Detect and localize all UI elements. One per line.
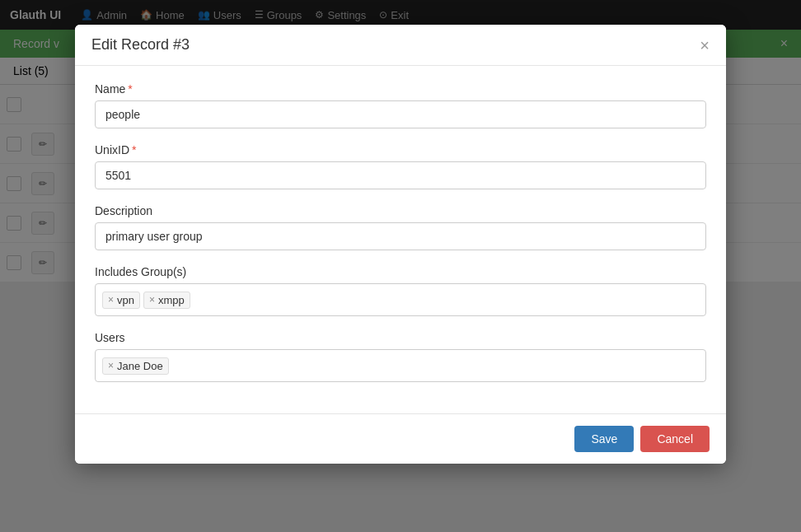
includes-groups-field-group: Includes Group(s) × vpn × xmpp	[95, 265, 706, 316]
name-field-group: Name*	[95, 82, 706, 128]
tag-xmpp: × xmpp	[143, 292, 190, 309]
includes-groups-tag-input[interactable]: × vpn × xmpp	[95, 283, 706, 316]
tag-jane-doe-remove[interactable]: ×	[108, 361, 114, 371]
edit-record-modal: Edit Record #3 × Name* UnixID* Descri	[75, 25, 726, 464]
description-field-group: Description	[95, 204, 706, 250]
description-label: Description	[95, 204, 706, 217]
save-button[interactable]: Save	[574, 426, 634, 452]
users-field-group: Users × Jane Doe	[95, 331, 706, 382]
unixid-field-group: UnixID*	[95, 143, 706, 189]
tag-vpn: × vpn	[102, 292, 140, 309]
description-input[interactable]	[95, 222, 706, 250]
tag-xmpp-remove[interactable]: ×	[149, 295, 155, 305]
tag-jane-doe-label: Jane Doe	[117, 360, 163, 372]
tag-vpn-remove[interactable]: ×	[108, 295, 114, 305]
users-tag-input[interactable]: × Jane Doe	[95, 349, 706, 382]
users-label: Users	[95, 331, 706, 344]
name-input[interactable]	[95, 100, 706, 128]
tag-jane-doe: × Jane Doe	[102, 357, 169, 375]
modal-footer: Save Cancel	[75, 413, 726, 464]
modal-close-button[interactable]: ×	[700, 37, 710, 54]
unixid-label: UnixID*	[95, 143, 706, 156]
tag-vpn-label: vpn	[117, 294, 134, 306]
cancel-button[interactable]: Cancel	[640, 426, 710, 452]
modal-overlay: Edit Record #3 × Name* UnixID* Descri	[0, 0, 801, 532]
tag-xmpp-label: xmpp	[158, 294, 185, 306]
modal-title: Edit Record #3	[91, 36, 190, 54]
name-label: Name*	[95, 82, 706, 96]
unixid-required-star: *	[132, 143, 136, 156]
modal-header: Edit Record #3 ×	[75, 25, 726, 66]
name-required-star: *	[128, 82, 132, 96]
unixid-input[interactable]	[95, 161, 706, 189]
modal-body: Name* UnixID* Description Includes Group…	[75, 66, 726, 413]
includes-groups-label: Includes Group(s)	[95, 265, 706, 278]
